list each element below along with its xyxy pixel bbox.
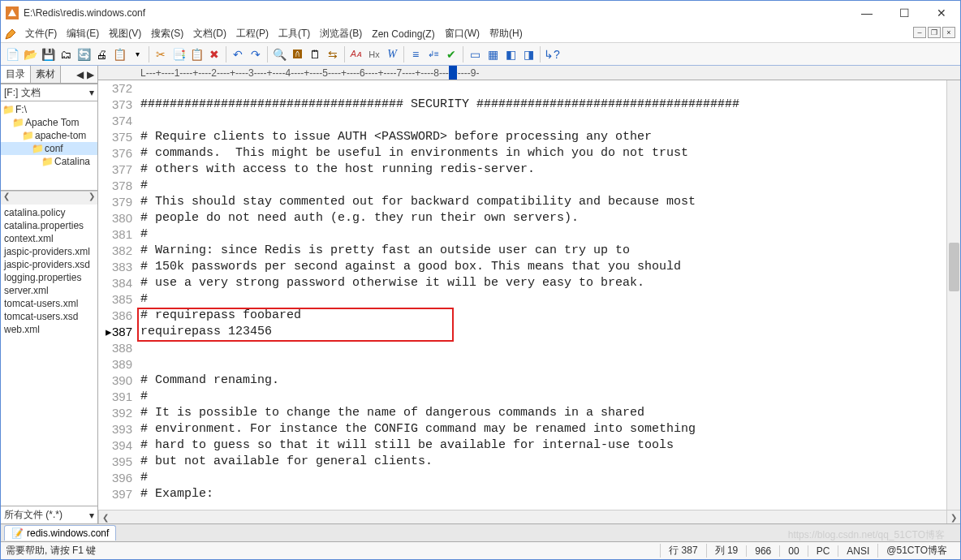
file-item[interactable]: context.xml <box>1 232 97 245</box>
pencil-icon <box>4 28 17 41</box>
sidebar-tabs: 目录 素材 ◀ ▶ <box>1 66 97 84</box>
status-encoding: ANSI <box>838 545 877 557</box>
scroll-left-icon[interactable]: ❮ <box>1 192 12 205</box>
file-item[interactable]: jaspic-providers.xsd <box>1 258 97 271</box>
file-icon: 📝 <box>11 528 24 539</box>
tree-item[interactable]: 📁apache-tom <box>1 129 97 142</box>
menubar: 文件(F) 编辑(E) 视图(V) 搜索(S) 文档(D) 工程(P) 工具(T… <box>1 25 960 43</box>
mdi-restore-button[interactable]: ❐ <box>928 27 941 38</box>
menu-zen-coding[interactable]: Zen Coding(Z) <box>367 28 439 40</box>
w-button[interactable]: W <box>384 46 400 62</box>
toolbar: 📄 📂 💾 🗂 🔄 🖨 📋 ▾ ✂ 📑 📋 ✖ ↶ ↷ 🔍 🅰 🗒 ⇆ Aᴀ H… <box>1 43 960 66</box>
menu-document[interactable]: 文档(D) <box>188 27 231 41</box>
check-button[interactable]: ✔ <box>443 46 459 62</box>
dropdown-icon[interactable]: ▾ <box>129 46 145 62</box>
toolbar-separator <box>344 46 345 62</box>
window-layout-3-button[interactable]: ◧ <box>502 46 519 62</box>
app-icon <box>6 6 19 19</box>
menu-edit[interactable]: 编辑(E) <box>62 27 104 41</box>
toolbar-separator <box>226 46 226 62</box>
paste-button[interactable]: 📋 <box>188 46 205 62</box>
indent-button[interactable]: ≡ <box>407 46 424 62</box>
scrollbar-track[interactable] <box>112 510 946 523</box>
file-item[interactable]: catalina.policy <box>1 206 97 219</box>
menu-tools[interactable]: 工具(T) <box>274 27 315 41</box>
nav-next-button[interactable]: ▶ <box>87 69 94 80</box>
document-tab-label: redis.windows.conf <box>27 528 109 539</box>
print-preview-button[interactable]: 📋 <box>111 46 127 62</box>
file-item[interactable]: server.xml <box>1 284 97 297</box>
horizontal-scrollbar[interactable]: ❮ ❯ <box>98 510 960 523</box>
menu-view[interactable]: 视图(V) <box>104 27 146 41</box>
scroll-right-icon[interactable]: ❯ <box>946 510 960 523</box>
editor[interactable]: 3723733743753763773783793803813823833843… <box>98 80 960 510</box>
status-line: 行 387 <box>660 544 705 558</box>
cut-button[interactable]: ✂ <box>153 46 169 62</box>
file-item[interactable]: jaspic-providers.xml <box>1 245 97 258</box>
menu-browser[interactable]: 浏览器(B) <box>315 27 367 41</box>
file-item[interactable]: tomcat-users.xsd <box>1 310 97 323</box>
ruler-text: L---+----1----+----2----+----3----+----4… <box>140 67 480 79</box>
code-content[interactable]: #################################### SEC… <box>137 80 960 510</box>
menu-file[interactable]: 文件(F) <box>20 27 62 41</box>
window-layout-2-button[interactable]: ▦ <box>485 46 501 62</box>
save-all-button[interactable]: 🗂 <box>58 46 74 62</box>
hex-button[interactable]: Hx <box>366 46 382 62</box>
font-aa-button[interactable]: Aᴀ <box>348 46 364 62</box>
tree-scrollbar[interactable]: ❮ ❯ <box>1 191 97 205</box>
drive-select[interactable]: [F:] 文档 ▾ <box>1 84 97 101</box>
wrap-button[interactable]: ↲≡ <box>425 46 442 62</box>
delete-button[interactable]: ✖ <box>206 46 222 62</box>
nav-prev-button[interactable]: ◀ <box>76 69 84 80</box>
swap-button[interactable]: ⇆ <box>325 46 341 62</box>
redo-button[interactable]: ↷ <box>248 46 264 62</box>
toggle-a-button[interactable]: 🅰 <box>289 46 305 62</box>
window-layout-1-button[interactable]: ▭ <box>467 46 483 62</box>
mdi-minimize-button[interactable]: – <box>913 27 926 38</box>
minimize-button[interactable]: — <box>848 1 886 25</box>
mdi-close-button[interactable]: × <box>942 27 955 38</box>
tree-item[interactable]: 📁conf <box>1 142 97 155</box>
copy-button[interactable]: 📑 <box>170 46 187 62</box>
scroll-left-icon[interactable]: ❮ <box>98 510 112 523</box>
file-item[interactable]: tomcat-users.xml <box>1 297 97 310</box>
document-tab[interactable]: 📝 redis.windows.conf <box>4 525 116 541</box>
folder-tree[interactable]: 📁F:\📁Apache Tom📁apache-tom📁conf📁Catalina <box>1 101 97 191</box>
file-item[interactable]: catalina.properties <box>1 219 97 232</box>
scroll-right-icon[interactable]: ❯ <box>86 192 97 205</box>
tree-item-label: conf <box>45 143 63 154</box>
menu-help[interactable]: 帮助(H) <box>485 27 528 41</box>
file-item[interactable]: logging.properties <box>1 271 97 284</box>
ruler-caret <box>449 66 457 80</box>
tree-item[interactable]: 📁F:\ <box>1 103 97 116</box>
find-button[interactable]: 🔍 <box>271 46 287 62</box>
notes-button[interactable]: 🗒 <box>307 46 323 62</box>
sidebar-tab-assets[interactable]: 素材 <box>31 66 61 83</box>
tree-item[interactable]: 📁Apache Tom <box>1 116 97 129</box>
save-button[interactable]: 💾 <box>40 46 56 62</box>
line-number-gutter: 3723733743753763773783793803813823833843… <box>98 80 137 510</box>
folder-icon: 📁 <box>41 156 53 167</box>
open-file-button[interactable]: 📂 <box>22 46 38 62</box>
drive-label: [F:] 文档 <box>4 86 41 100</box>
file-pattern-select[interactable]: 所有文件 (*.*) ▾ <box>1 506 97 523</box>
new-file-button[interactable]: 📄 <box>4 46 20 62</box>
undo-button[interactable]: ↶ <box>230 46 246 62</box>
toolbar-separator <box>463 46 463 62</box>
tree-item[interactable]: 📁Catalina <box>1 155 97 168</box>
help-button[interactable]: ↳? <box>544 46 560 62</box>
scrollbar-thumb[interactable] <box>949 243 959 291</box>
file-list[interactable]: catalina.policycatalina.propertiescontex… <box>1 205 97 506</box>
close-button[interactable]: ✕ <box>923 1 960 25</box>
sidebar-tab-directory[interactable]: 目录 <box>1 66 31 83</box>
titlebar: E:\Redis\redis.windows.conf — ☐ ✕ <box>1 1 960 25</box>
maximize-button[interactable]: ☐ <box>886 1 923 25</box>
window-layout-4-button[interactable]: ◨ <box>520 46 537 62</box>
file-item[interactable]: web.xml <box>1 323 97 336</box>
reload-button[interactable]: 🔄 <box>75 46 92 62</box>
print-button[interactable]: 🖨 <box>93 46 110 62</box>
menu-window[interactable]: 窗口(W) <box>440 27 485 41</box>
menu-project[interactable]: 工程(P) <box>231 27 274 41</box>
menu-search[interactable]: 搜索(S) <box>146 27 188 41</box>
vertical-scrollbar[interactable] <box>946 80 960 510</box>
